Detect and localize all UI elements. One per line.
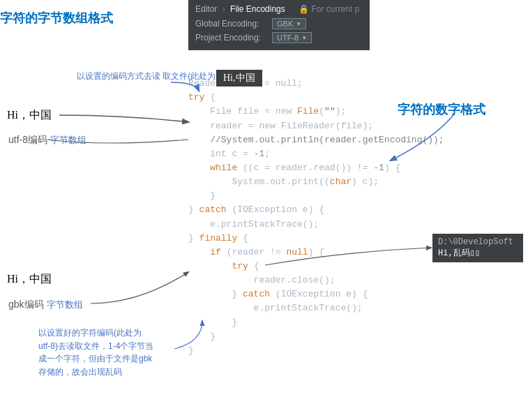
dev-path: D:\0DevelopSoft [438, 237, 518, 247]
breadcrumb: Editor › File Encodings 🔒 For current p [195, 4, 363, 14]
editor-panel: Editor › File Encodings 🔒 For current p … [188, 0, 370, 50]
left-top-annotation: 以设置的编码方式去读 取文件(此处为utf-8) [77, 70, 235, 82]
utf8-encoding-row: utf-8编码 字节数组 [8, 134, 86, 147]
gbk-encoding-row: gbk编码 字节数组 [8, 299, 83, 311]
left-top-title: 字符的字节数组格式 [0, 10, 113, 27]
global-encoding-dropdown[interactable]: GBK [272, 18, 306, 29]
project-encoding-dropdown[interactable]: UTF-8 [272, 32, 312, 43]
dev-popup: D:\0DevelopSoft Hi,乱码▯▯ [432, 234, 523, 262]
gbk-encoding-label: gbk编码 [8, 299, 44, 311]
utf8-byte-array-label: 字节数组 [50, 134, 86, 147]
hi-popup: Hi,中国 [216, 70, 262, 87]
gbk-byte-array-label: 字节数组 [47, 299, 83, 311]
hi-popup-text: Hi,中国 [223, 73, 255, 83]
global-encoding-label: Global Encoding: [195, 19, 272, 29]
breadcrumb-right: 🔒 For current p [299, 4, 359, 14]
breadcrumb-section: File Encodings [230, 4, 285, 14]
right-top-title: 字符的数字格式 [398, 101, 485, 118]
left-hi-label: Hi，中国 [7, 108, 52, 123]
utf8-encoding-label: utf-8编码 [8, 134, 47, 147]
breadcrumb-editor: Editor [195, 4, 217, 14]
breadcrumb-arrow: › [222, 4, 225, 14]
project-encoding-label: Project Encoding: [195, 33, 272, 43]
left-bottom-hi-label: Hi，中国 [7, 272, 52, 287]
project-encoding-row: Project Encoding: UTF-8 [195, 32, 363, 43]
left-bottom-annotation: 以设置好的字符编码(此处为utf-8)去读取文件，1-4个字节当成一个字符，但由… [38, 327, 153, 378]
global-encoding-row: Global Encoding: GBK [195, 18, 363, 29]
dev-garbled: Hi,乱码▯▯ [438, 247, 518, 259]
